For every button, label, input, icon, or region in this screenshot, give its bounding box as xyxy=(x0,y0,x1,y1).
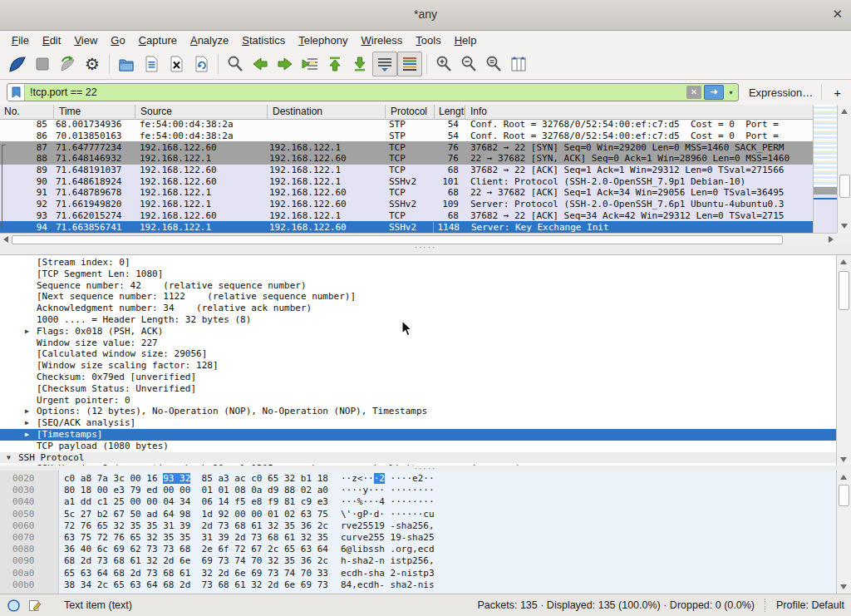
scrollbar-thumb[interactable] xyxy=(839,485,849,506)
hex-row-0060[interactable]: 006072 76 65 32 35 35 31 39 2d 73 68 61 … xyxy=(0,520,837,532)
menu-capture[interactable]: Capture xyxy=(132,32,184,48)
column-header-source[interactable]: Source xyxy=(135,105,268,119)
hex-row-00a0[interactable]: 00a065 63 64 68 2d 73 68 61 32 2d 6e 69 … xyxy=(0,568,837,579)
hex-row-0030[interactable]: 003080 18 00 e3 79 ed 00 00 01 01 08 0a … xyxy=(0,485,837,496)
hex-row-00b0[interactable]: 00b038 34 2c 65 63 64 68 2d 73 68 61 32 … xyxy=(0,579,837,591)
packet-row-93[interactable]: 9371.662015274192.168.122.60192.168.122.… xyxy=(0,210,813,222)
packet-list-minimap[interactable] xyxy=(813,105,838,233)
file-reload-icon[interactable] xyxy=(189,52,214,76)
filter-history-caret-icon[interactable]: ▼ xyxy=(724,90,738,96)
detail-line[interactable]: Window size value: 227 xyxy=(0,338,837,349)
packet-row-92[interactable]: 9271.661949820192.168.122.1192.168.122.6… xyxy=(0,199,813,210)
detail-line[interactable]: TCP payload (1080 bytes) xyxy=(0,441,837,452)
column-header-info[interactable]: Info xyxy=(465,105,851,119)
detail-line[interactable]: [Window size scaling factor: 128] xyxy=(0,360,837,372)
go-last-icon[interactable] xyxy=(347,52,372,76)
detail-line[interactable]: Checksum: 0x79ed [unverified] xyxy=(0,372,837,383)
hex-row-0090[interactable]: 009068 2d 73 68 61 32 2d 6e 69 73 74 70 … xyxy=(0,555,837,567)
column-header-destination[interactable]: Destination xyxy=(268,105,386,119)
packet-row-89[interactable]: 8971.648191037192.168.122.60192.168.122.… xyxy=(0,165,813,176)
capture-stop-icon[interactable] xyxy=(30,52,55,76)
pane-splitter-bottom[interactable] xyxy=(0,466,851,471)
scroll-up-icon[interactable] xyxy=(840,259,847,264)
column-header-length[interactable]: Length xyxy=(435,105,465,119)
detail-line[interactable]: [Stream index: 0] xyxy=(0,257,837,269)
zoom-in-icon[interactable] xyxy=(431,52,456,76)
column-header-time[interactable]: Time xyxy=(54,105,135,119)
hex-vscrollbar[interactable] xyxy=(836,471,851,594)
display-filter-input[interactable]: !tcp.port == 22 ✕ ➜ ▼ xyxy=(7,83,739,101)
detail-line-seq-ack[interactable]: ▶[SEQ/ACK analysis] xyxy=(0,417,837,429)
file-save-icon[interactable] xyxy=(139,52,164,76)
hex-row-0070[interactable]: 007063 75 72 76 65 32 35 35 31 39 2d 73 … xyxy=(0,532,837,544)
menu-wireless[interactable]: Wireless xyxy=(355,32,410,48)
hex-row-0040[interactable]: 0040a1 dd c1 25 00 00 04 34 06 14 f5 e8 … xyxy=(0,496,837,508)
capture-restart-icon[interactable] xyxy=(55,52,80,76)
packet-row-90[interactable]: 9071.648618924192.168.122.60192.168.122.… xyxy=(0,175,813,187)
packet-row-94-selected[interactable]: 9471.663856741192.168.122.1192.168.122.6… xyxy=(0,221,813,233)
column-header-protocol[interactable]: Protocol xyxy=(386,105,435,119)
capture-comment-icon[interactable] xyxy=(28,599,42,613)
window-close-icon[interactable]: ✕ xyxy=(832,7,843,22)
scroll-down-icon[interactable] xyxy=(841,224,848,229)
expression-button[interactable]: Expression… xyxy=(749,86,813,99)
detail-line-timestamps-selected[interactable]: ▶[Timestamps] xyxy=(0,429,837,441)
scrollbar-thumb[interactable] xyxy=(839,271,849,310)
menu-tools[interactable]: Tools xyxy=(409,32,447,48)
filter-bookmark-icon[interactable] xyxy=(7,84,25,101)
resize-columns-icon[interactable] xyxy=(506,52,531,76)
go-first-icon[interactable] xyxy=(322,52,347,76)
zoom-original-icon[interactable] xyxy=(481,52,506,76)
packet-row-91[interactable]: 9171.648789678192.168.122.1192.168.122.6… xyxy=(0,187,813,199)
detail-line[interactable]: [TCP Segment Len: 1080] xyxy=(0,269,837,280)
menu-statistics[interactable]: Statistics xyxy=(235,32,292,48)
column-header-no[interactable]: No. xyxy=(0,105,54,119)
pane-splitter-top[interactable] xyxy=(0,244,851,254)
scroll-left-icon[interactable] xyxy=(3,236,8,243)
menu-go[interactable]: Go xyxy=(104,32,131,48)
colorize-packets-icon[interactable] xyxy=(397,52,422,76)
details-vscrollbar[interactable] xyxy=(836,255,851,466)
go-back-icon[interactable] xyxy=(248,52,273,76)
go-forward-icon[interactable] xyxy=(273,52,298,76)
profile-button[interactable]: Profile: Default xyxy=(776,599,844,611)
menu-analyze[interactable]: Analyze xyxy=(184,32,235,48)
detail-line-ssh-protocol[interactable]: ▼SSH Protocol xyxy=(0,452,837,464)
detail-line[interactable]: [Checksum Status: Unverified] xyxy=(0,383,837,395)
hex-row-0020[interactable]: 0020c0 a8 7a 3c 00 16 93 32 85 a3 ac c0 … xyxy=(0,473,837,485)
packet-row-86[interactable]: 8670.013850163fe:54:00:d4:38:2aSTP54Conf… xyxy=(0,131,813,142)
window-titlebar[interactable]: *any ✕ xyxy=(0,0,851,31)
packet-row-88[interactable]: 8871.648146932192.168.122.1192.168.122.6… xyxy=(0,153,813,165)
file-open-icon[interactable] xyxy=(114,52,139,76)
scroll-up-icon[interactable] xyxy=(840,475,847,480)
auto-scroll-icon[interactable] xyxy=(372,52,397,76)
scroll-up-icon[interactable] xyxy=(841,109,848,114)
apply-filter-icon[interactable]: ➜ xyxy=(704,85,724,100)
scroll-down-icon[interactable] xyxy=(840,584,847,589)
hex-row-0050[interactable]: 00505c 27 b2 67 50 ad 64 98 1d 92 00 00 … xyxy=(0,509,837,520)
scroll-right-icon[interactable] xyxy=(829,236,834,243)
hex-row-0080[interactable]: 008036 40 6c 69 62 73 73 68 2e 6f 72 67 … xyxy=(0,544,837,555)
capture-start-icon[interactable] xyxy=(5,52,30,76)
find-packet-icon[interactable] xyxy=(223,52,248,76)
detail-line-options[interactable]: ▶Options: (12 bytes), No-Operation (NOP)… xyxy=(0,406,837,417)
menu-view[interactable]: View xyxy=(67,32,104,48)
zoom-out-icon[interactable] xyxy=(456,52,481,76)
detail-line[interactable]: 1000 .... = Header Length: 32 bytes (8) xyxy=(0,314,837,326)
menu-edit[interactable]: Edit xyxy=(36,32,67,48)
detail-line[interactable]: Acknowledgment number: 34 (relative ack … xyxy=(0,303,837,314)
scrollbar-thumb[interactable] xyxy=(12,235,783,244)
scrollbar-thumb[interactable] xyxy=(839,175,850,198)
scroll-down-icon[interactable] xyxy=(840,457,847,462)
detail-line[interactable]: [Next sequence number: 1122 (relative se… xyxy=(0,291,837,303)
menu-help[interactable]: Help xyxy=(448,32,484,48)
detail-line[interactable]: Sequence number: 42 (relative sequence n… xyxy=(0,280,837,292)
add-filter-button[interactable]: + xyxy=(830,86,844,100)
packet-row-85[interactable]: 8568.001734936fe:54:00:d4:38:2aSTP54Conf… xyxy=(0,119,813,131)
expert-info-icon[interactable] xyxy=(7,599,21,613)
packet-row-87[interactable]: 8771.647777234192.168.122.60192.168.122.… xyxy=(0,141,813,153)
menu-telephony[interactable]: Telephony xyxy=(292,32,354,48)
packet-list-vscrollbar[interactable] xyxy=(837,105,851,233)
go-to-packet-icon[interactable] xyxy=(298,52,322,76)
detail-line[interactable]: [Calculated window size: 29056] xyxy=(0,348,837,360)
